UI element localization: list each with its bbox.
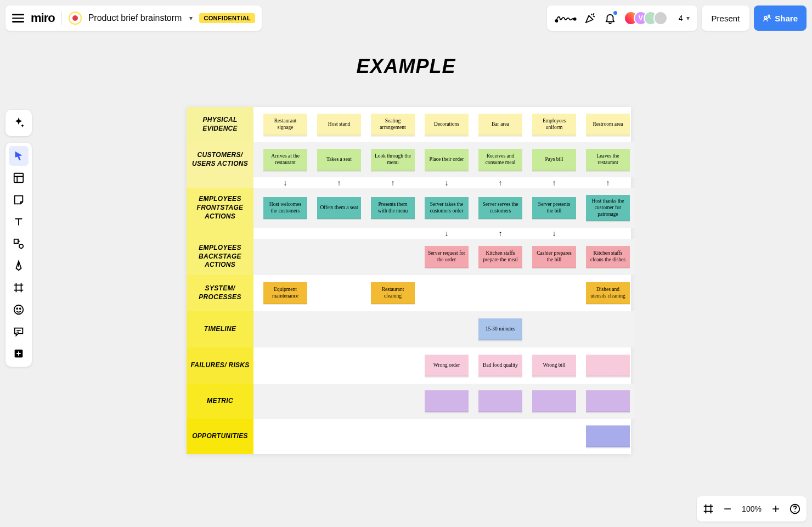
sticky-note[interactable]: Receives and consume meal (478, 149, 522, 171)
row-label: OPPORTUNITIES (187, 419, 253, 454)
svg-point-12 (794, 511, 796, 512)
sticky-note[interactable]: Server request for the order (425, 246, 469, 268)
sticky-note (317, 355, 361, 377)
flow-arrow: ↑ (371, 178, 415, 188)
flow-arrow: ↓ (425, 228, 469, 238)
sticky-note[interactable]: Restroom area (586, 114, 630, 136)
sticky-note[interactable]: Host thanks the customer for patronage (586, 195, 630, 221)
sticky-note (425, 318, 469, 340)
service-blueprint[interactable]: PHYSICAL EVIDENCERestaurant signageHost … (187, 107, 631, 454)
board-name[interactable]: Product brief brainstorm (88, 13, 182, 23)
sticky-note[interactable]: Dishes and utensils cleaning (586, 282, 630, 304)
sticky-note[interactable]: Host welcomes the customers (263, 197, 307, 219)
fit-frame-icon[interactable] (702, 503, 714, 515)
party-icon[interactable] (584, 12, 596, 24)
sticky-note[interactable]: Place their order (425, 149, 469, 171)
sticky-note[interactable]: Presents them with the menu (371, 197, 415, 219)
sticky-note[interactable] (586, 425, 630, 447)
sticky-note[interactable] (586, 390, 630, 412)
sticky-note[interactable] (586, 355, 630, 377)
sticky-note[interactable] (425, 390, 469, 412)
flow-arrow: ↓ (263, 178, 307, 188)
sticky-note (371, 390, 415, 412)
share-label: Share (775, 14, 798, 23)
sticky-note (532, 318, 576, 340)
help-icon[interactable] (789, 503, 801, 515)
sticky-note[interactable]: Server takes the customers order (425, 197, 469, 219)
sticky-note[interactable]: Server serves the customers (478, 197, 522, 219)
sticky-note[interactable] (532, 390, 576, 412)
sticky-tool[interactable] (9, 190, 29, 210)
sticky-note[interactable]: Bar area (478, 114, 522, 136)
sticky-note[interactable]: Equipment maintenance (263, 282, 307, 304)
sticky-note[interactable]: Pays bill (532, 149, 576, 171)
zoom-level[interactable]: 100% (741, 504, 763, 513)
menu-icon[interactable] (12, 14, 24, 23)
sticky-note[interactable]: Offers them a seat (317, 197, 361, 219)
present-button[interactable]: Present (702, 5, 750, 31)
zoom-out-button[interactable]: − (722, 502, 733, 515)
shapes-tool[interactable] (9, 234, 29, 254)
sticky-note (263, 246, 307, 268)
music-scribble-icon[interactable] (555, 12, 577, 24)
zoom-in-button[interactable]: + (770, 502, 781, 515)
sticky-note[interactable]: Bad food quality (478, 355, 522, 377)
blueprint-row: EMPLOYEES BACKSTAGE ACTIONSServer reques… (187, 239, 631, 275)
sticky-note (586, 318, 630, 340)
text-tool[interactable] (9, 212, 29, 232)
miro-logo[interactable]: miro (31, 11, 55, 25)
sticky-note (371, 246, 415, 268)
share-icon (763, 14, 771, 23)
share-button[interactable]: Share (754, 5, 807, 31)
sticky-note[interactable]: Cashier prepares the bill (532, 246, 576, 268)
avatar[interactable] (653, 11, 668, 25)
row-label: METRIC (187, 384, 253, 419)
sticky-note[interactable]: Leaves the restaurant (586, 149, 630, 171)
sticky-note[interactable]: 15-30 minutes (478, 318, 522, 340)
blueprint-row: PHYSICAL EVIDENCERestaurant signageHost … (187, 107, 631, 142)
sticky-note (478, 282, 522, 304)
sticky-note (263, 425, 307, 447)
sticky-note (371, 355, 415, 377)
sticky-note[interactable]: Takes a seat (317, 149, 361, 171)
sticky-note[interactable]: Server presents the bill (532, 197, 576, 219)
sticky-note (263, 355, 307, 377)
sticky-note (371, 425, 415, 447)
sticky-note[interactable] (478, 390, 522, 412)
row-label: EMPLOYEES FRONTSTAGE ACTIONS (187, 188, 253, 228)
sticky-note[interactable]: Wrong bill (532, 355, 576, 377)
ai-sparkle-button[interactable] (5, 110, 32, 136)
flow-arrow: ↑ (478, 228, 522, 238)
sticky-note[interactable]: Restaurant signage (263, 114, 307, 136)
row-cells: 15-30 minutes (253, 311, 635, 347)
sticky-note[interactable]: Kitchen staffs cleans the dishes (586, 246, 630, 268)
select-tool[interactable] (9, 146, 29, 166)
chevron-down-icon[interactable]: ▾ (189, 14, 193, 22)
svg-point-0 (555, 20, 557, 22)
sticky-note[interactable]: Look through the menu (371, 149, 415, 171)
row-cells: Wrong orderBad food qualityWrong bill (253, 347, 635, 384)
board-icon[interactable] (69, 12, 82, 25)
sticky-note[interactable]: Wrong order (425, 355, 469, 377)
templates-tool[interactable] (9, 168, 29, 188)
comment-tool[interactable] (9, 322, 29, 341)
flow-arrow: ↑ (532, 178, 576, 188)
sticky-note[interactable]: Restaurant cleaning (371, 282, 415, 304)
sticky-note[interactable]: Arrives at the restaurant (263, 149, 307, 171)
flow-arrow: ↓ (532, 228, 576, 238)
row-cells: Arrives at the restaurantTakes a seatLoo… (253, 142, 635, 177)
frame-tool[interactable] (9, 278, 29, 298)
sticky-note[interactable]: Employees uniform (532, 114, 576, 136)
svg-point-6 (19, 244, 23, 248)
emoji-tool[interactable] (9, 300, 29, 319)
collaborator-count[interactable]: 4▾ (679, 14, 690, 23)
sticky-note[interactable]: Host stand (317, 114, 361, 136)
more-tools[interactable] (9, 344, 29, 363)
sticky-note[interactable]: Kitchen staffs prepare the meal (478, 246, 522, 268)
canvas[interactable]: EXAMPLE PHYSICAL EVIDENCERestaurant sign… (0, 0, 812, 527)
pen-tool[interactable] (9, 256, 29, 276)
notifications-icon[interactable] (604, 12, 616, 24)
sticky-note[interactable]: Decorations (425, 114, 469, 136)
collaborator-avatars[interactable]: V (624, 11, 668, 25)
sticky-note[interactable]: Seating arrangement (371, 114, 415, 136)
